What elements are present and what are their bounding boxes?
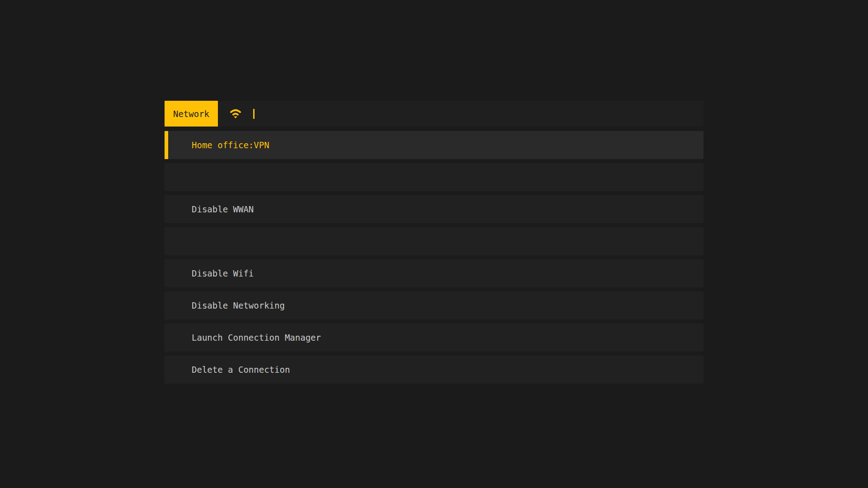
desktop-background: { "colors": { "accent": "#ffc107", "page… [0,0,868,488]
text-cursor [253,109,255,119]
network-prompt-label: Network [165,101,218,127]
menu-item-label: Delete a Connection [192,365,290,375]
menu-item-empty[interactable] [165,227,703,255]
menu-item-home-office-vpn[interactable]: Home office:VPN [165,131,703,159]
wifi-icon [230,109,241,118]
menu-item-label: Disable WWAN [192,204,254,214]
network-menu-window: Network Home office:VPN Disable WWAN D [165,101,703,384]
menu-item-label: Disable Wifi [192,268,254,278]
menu-item-disable-wifi[interactable]: Disable Wifi [165,259,703,287]
menu-item-disable-networking[interactable]: Disable Networking [165,291,703,319]
search-input[interactable] [218,101,703,127]
menu-item-empty[interactable] [165,163,703,191]
menu-item-delete-a-connection[interactable]: Delete a Connection [165,356,703,384]
menu-item-launch-connection-manager[interactable]: Launch Connection Manager [165,324,703,352]
menu-item-disable-wwan[interactable]: Disable WWAN [165,195,703,223]
selection-indicator-bar [165,131,168,159]
menu-item-label: Home office:VPN [192,140,269,150]
prompt-bar: Network [165,101,703,127]
menu-list: Home office:VPN Disable WWAN Disable Wif… [165,131,703,384]
menu-item-label: Launch Connection Manager [192,333,321,343]
menu-item-label: Disable Networking [192,300,285,310]
